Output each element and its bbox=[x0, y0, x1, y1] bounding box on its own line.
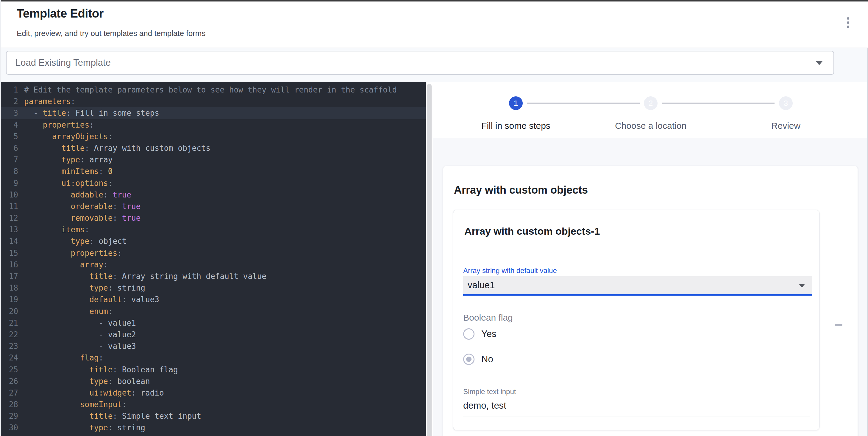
yaml-code-editor[interactable]: 1# Edit the template parameters below to… bbox=[1, 82, 426, 436]
code-line: 21 - value1 bbox=[1, 317, 426, 329]
page-title: Template Editor bbox=[17, 7, 103, 20]
line-number: 20 bbox=[1, 306, 18, 317]
minus-icon bbox=[835, 324, 842, 326]
code-line: 26 type: boolean bbox=[1, 376, 426, 387]
radio-option-no[interactable]: No bbox=[463, 354, 493, 365]
code-line: 12 removable: true bbox=[1, 212, 426, 224]
line-number: 22 bbox=[1, 329, 18, 340]
radio-option-yes[interactable]: Yes bbox=[463, 328, 497, 340]
code-line: 5 arrayObjects: bbox=[1, 131, 426, 142]
code-text: items: bbox=[24, 224, 89, 236]
code-line: 14 type: object bbox=[1, 236, 426, 247]
code-line: 29 title: Simple text input bbox=[1, 410, 426, 422]
code-line: 20 enum: bbox=[1, 306, 426, 317]
stepper-connector bbox=[662, 103, 775, 103]
array-item-card: Array with custom objects-1 Array string… bbox=[453, 210, 819, 430]
code-text: - value3 bbox=[24, 340, 136, 352]
page-right-border bbox=[867, 47, 868, 436]
code-line-active: 3 - title: Fill in some steps bbox=[1, 107, 426, 119]
array-string-select[interactable]: value1 bbox=[463, 276, 812, 296]
code-line: 27 ui:widget: radio bbox=[1, 387, 426, 399]
code-text: title: Boolean flag bbox=[24, 364, 178, 376]
array-item-title: Array with custom objects-1 bbox=[464, 226, 600, 237]
code-text: addable: true bbox=[24, 189, 131, 201]
line-number: 28 bbox=[1, 399, 18, 410]
code-line: 30 type: string bbox=[1, 422, 426, 434]
code-text: - title: Fill in some steps bbox=[24, 107, 159, 119]
stepper-connector bbox=[527, 103, 640, 103]
line-number: 21 bbox=[1, 317, 18, 329]
code-text: type: string bbox=[24, 282, 145, 294]
line-number: 16 bbox=[1, 259, 18, 271]
code-text: orderable: true bbox=[24, 201, 141, 212]
code-text: type: object bbox=[24, 236, 126, 247]
preview-panel: 1Fill in some steps2Choose a location3Re… bbox=[433, 82, 867, 436]
code-line: 9 ui:options: bbox=[1, 177, 426, 189]
chevron-down-icon bbox=[816, 61, 823, 65]
code-line: 1# Edit the template parameters below to… bbox=[1, 84, 426, 96]
code-line: 22 - value2 bbox=[1, 329, 426, 340]
line-number: 18 bbox=[1, 282, 18, 294]
select-field-value: value1 bbox=[468, 276, 495, 294]
code-text: arrayObjects: bbox=[24, 131, 113, 142]
line-number: 27 bbox=[1, 387, 18, 399]
template-toolbar: Load Existing Template bbox=[1, 48, 868, 82]
code-line: 15 properties: bbox=[1, 247, 426, 259]
line-number: 5 bbox=[1, 131, 18, 142]
code-text: title: Array with custom objects bbox=[24, 142, 211, 154]
code-line: 17 title: Array string with default valu… bbox=[1, 271, 426, 282]
select-field-label: Array string with default value bbox=[463, 266, 557, 275]
line-number: 8 bbox=[1, 166, 18, 177]
more-options-button[interactable] bbox=[841, 14, 855, 31]
line-number: 3 bbox=[1, 107, 18, 119]
template-editor-page: Template Editor Edit, preview, and try o… bbox=[0, 0, 868, 436]
code-text: parameters: bbox=[24, 96, 75, 107]
code-text: title: Simple text input bbox=[24, 410, 201, 422]
code-line: 28 someInput: bbox=[1, 399, 426, 410]
editor-scrollbar-thumb[interactable] bbox=[427, 84, 432, 436]
step-form-card: Array with custom objects Array with cus… bbox=[443, 166, 858, 436]
step-label-3: Review bbox=[723, 121, 848, 131]
code-text: flag: bbox=[24, 352, 103, 364]
editor-scrollbar-track bbox=[426, 82, 433, 436]
remove-array-item-button[interactable] bbox=[831, 317, 846, 332]
code-text: properties: bbox=[24, 247, 122, 259]
line-number: 6 bbox=[1, 142, 18, 154]
line-number: 25 bbox=[1, 364, 18, 376]
code-text: type: string bbox=[24, 422, 145, 434]
step-indicator-3: 3 bbox=[779, 96, 793, 110]
form-background: Array with custom objects Array with cus… bbox=[433, 138, 867, 436]
radio-checked-icon bbox=[463, 354, 474, 365]
code-line: 19 default: value3 bbox=[1, 294, 426, 305]
code-line: 16 array: bbox=[1, 259, 426, 271]
line-number: 17 bbox=[1, 271, 18, 282]
code-line: 7 type: array bbox=[1, 154, 426, 166]
line-number: 7 bbox=[1, 154, 18, 166]
code-text: array: bbox=[24, 259, 108, 271]
wizard-stepper: 1Fill in some steps2Choose a location3Re… bbox=[433, 82, 867, 138]
load-select-placeholder: Load Existing Template bbox=[16, 52, 111, 74]
text-input-underline bbox=[463, 416, 810, 416]
line-number: 4 bbox=[1, 119, 18, 131]
radio-option-label: Yes bbox=[481, 329, 497, 339]
code-line: 13 items: bbox=[1, 224, 426, 236]
code-line: 18 type: string bbox=[1, 282, 426, 294]
line-number: 30 bbox=[1, 422, 18, 434]
simple-text-input[interactable]: demo, test bbox=[463, 400, 506, 411]
line-number: 13 bbox=[1, 224, 18, 236]
line-number: 23 bbox=[1, 340, 18, 352]
radio-option-label: No bbox=[481, 354, 493, 365]
code-text: # Edit the template parameters below to … bbox=[24, 84, 397, 96]
load-existing-template-select[interactable]: Load Existing Template bbox=[6, 51, 834, 75]
line-number: 1 bbox=[1, 84, 18, 96]
page-subtitle: Edit, preview, and try out templates and… bbox=[17, 29, 206, 38]
radio-dot bbox=[466, 357, 471, 362]
code-line: 6 title: Array with custom objects bbox=[1, 142, 426, 154]
step-label-1: Fill in some steps bbox=[453, 121, 578, 131]
code-text: type: boolean bbox=[24, 376, 150, 387]
line-number: 24 bbox=[1, 352, 18, 364]
code-line: 23 - value3 bbox=[1, 340, 426, 352]
code-text: properties: bbox=[24, 119, 94, 131]
line-number: 15 bbox=[1, 247, 18, 259]
code-text: removable: true bbox=[24, 212, 141, 224]
